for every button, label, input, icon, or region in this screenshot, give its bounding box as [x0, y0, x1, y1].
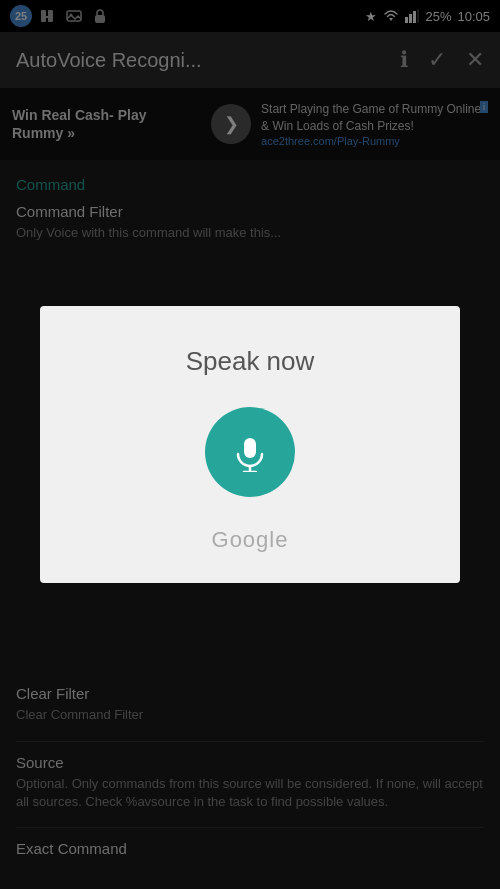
modal-overlay: Speak now Google: [0, 0, 500, 889]
speak-now-title: Speak now: [186, 346, 315, 377]
microphone-icon: [230, 432, 270, 472]
mic-button[interactable]: [205, 407, 295, 497]
svg-rect-10: [244, 438, 256, 458]
modal-google-label: Google: [212, 527, 289, 553]
speak-now-modal: Speak now Google: [40, 306, 460, 583]
